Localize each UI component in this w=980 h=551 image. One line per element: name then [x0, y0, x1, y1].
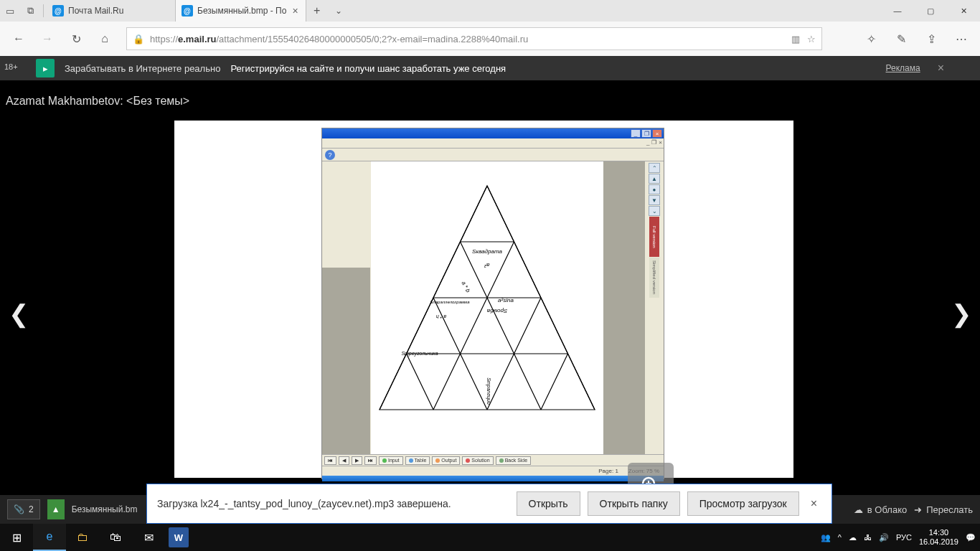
people-icon[interactable]: 👥	[821, 533, 831, 542]
help-icon: ?	[325, 150, 335, 160]
ad-text-1[interactable]: Зарабатывать в Интернете реально	[65, 63, 220, 74]
refresh-button[interactable]: ↻	[63, 26, 89, 52]
lock-icon: 🔒	[133, 34, 144, 44]
task-view-icon[interactable]: ▭	[0, 0, 20, 22]
window-titlebar: ▭ ⧉ @ Почта Mail.Ru @ Безымянный.bmp - П…	[0, 0, 980, 22]
svg-text:Sпараллелограмма: Sпараллелограмма	[430, 300, 470, 304]
tabs-dropdown-icon[interactable]: ⌄	[328, 6, 349, 16]
browser-tab-attachment[interactable]: @ Безымянный.bmp - По ×	[176, 0, 306, 22]
nav-prev-icon: ◀	[339, 456, 349, 465]
favorites-hub-icon[interactable]: ✧	[858, 26, 884, 52]
close-tab-icon[interactable]: ×	[291, 5, 299, 17]
notifications-icon[interactable]: 💬	[966, 533, 976, 542]
onedrive-icon[interactable]: ☁	[849, 533, 857, 542]
scroll-down-icon: ▼	[649, 195, 660, 205]
attachment-filename[interactable]: Безымянный.bm	[72, 504, 138, 514]
open-file-button[interactable]: Открыть	[517, 491, 580, 516]
inner-bottom-toolbar: ⏮ ◀ ▶ ⏭ Input Table Output Solution Back…	[322, 454, 664, 466]
forward-button[interactable]: ➜Переслать	[914, 504, 973, 515]
attachment-count-chip[interactable]: 📎 2	[7, 499, 40, 519]
table-tab: Table	[405, 456, 430, 465]
ad-close-icon[interactable]: ×	[930, 62, 944, 75]
mail-favicon-icon: @	[182, 5, 193, 17]
share-icon[interactable]: ⇪	[918, 26, 944, 52]
close-window-button[interactable]: ✕	[947, 0, 980, 22]
tab-label: Безымянный.bmp - По	[197, 6, 286, 16]
svg-text:a * h: a * h	[436, 314, 447, 319]
language-indicator[interactable]: РУС	[896, 533, 912, 542]
image-icon: ▲	[52, 504, 60, 514]
back-button[interactable]: ←	[6, 26, 32, 52]
inner-scroll-controls: ⌃ ▲ ● ▼ ⌄ Full version Simplified versio…	[648, 163, 661, 450]
prev-attachment-button[interactable]: ❮	[4, 299, 33, 328]
tray-up-icon[interactable]: ^	[838, 533, 842, 542]
favorite-icon[interactable]: ☆	[807, 34, 816, 44]
windows-taskbar: ⊞ e 🗀 🛍 ✉ W 👥 ^ ☁ 🖧 🔊 РУС 14:30 16.04.20…	[0, 524, 980, 551]
new-tab-button[interactable]: +	[306, 4, 328, 17]
svg-text:a * b: a * b	[460, 280, 471, 293]
notes-icon[interactable]: ✎	[888, 26, 914, 52]
reading-view-icon[interactable]: ▥	[791, 34, 800, 44]
inner-app-window: _ ❐ × _❐× ?	[321, 128, 664, 479]
maximize-button[interactable]: ▢	[914, 0, 947, 22]
minimize-button[interactable]: —	[881, 0, 914, 22]
inner-blue-footer	[322, 476, 664, 481]
svg-text:Sтреугольника: Sтреугольника	[401, 351, 438, 357]
ad-banner: 18+ ▸ Зарабатывать в Интернете реально Р…	[0, 56, 980, 80]
svg-text:Sтрапеции: Sтрапеции	[486, 377, 491, 405]
age-label: 18+	[4, 62, 18, 71]
explorer-taskbar-icon[interactable]: 🗀	[66, 524, 99, 551]
inner-toolbar: ?	[322, 149, 664, 161]
download-message: Загрузка lx24_-_tantsy_pod_lunoy_(zaycev…	[157, 498, 451, 509]
home-button[interactable]: ⌂	[92, 26, 118, 52]
inner-titlebar: _ ❐ ×	[322, 128, 664, 138]
email-subject: Azamat Makhambetov: <Без темы>	[0, 80, 980, 108]
inner-restore-icon: ❐	[641, 129, 651, 138]
open-folder-button[interactable]: Открыть папку	[588, 491, 680, 516]
inner-page: Sквадрата a² a²sina Sромба Sпараллелогра…	[371, 161, 603, 454]
svg-text:Sромба: Sромба	[486, 308, 507, 314]
svg-text:a²sina: a²sina	[498, 297, 514, 303]
word-taskbar-icon[interactable]: W	[169, 527, 189, 547]
close-notification-icon[interactable]: ×	[806, 497, 821, 510]
gray-panel-right	[603, 161, 645, 454]
date-label: 16.04.2019	[919, 537, 958, 547]
ad-logo-icon: ▸	[36, 59, 55, 77]
nav-next-icon: ▶	[352, 456, 362, 465]
attach-count: 2	[29, 504, 34, 514]
timeline-icon[interactable]: ⧉	[20, 0, 40, 22]
inner-statusbar: Page: 1 Zoom: 75 %	[322, 466, 664, 476]
content-area: Azamat Makhambetov: <Без темы> ❮ ❯ _ ❐ ×…	[0, 80, 980, 504]
clock[interactable]: 14:30 16.04.2019	[919, 528, 958, 547]
ad-label[interactable]: Реклама	[886, 63, 920, 73]
page-indicator: Page: 1	[598, 468, 618, 474]
time-label: 14:30	[919, 528, 958, 537]
start-button[interactable]: ⊞	[0, 524, 33, 551]
store-taskbar-icon[interactable]: 🛍	[99, 524, 132, 551]
scroll-up-icon: ▲	[649, 174, 660, 184]
inner-close-icon: ×	[652, 129, 662, 138]
edge-taskbar-icon[interactable]: e	[33, 524, 66, 551]
scroll-dot-icon: ●	[649, 184, 660, 194]
url-prefix: https://	[150, 34, 178, 44]
browser-tab-mail[interactable]: @ Почта Mail.Ru	[47, 0, 176, 22]
attachment-footer: 📎 2 ▲ Безымянный.bm Загрузка lx24_-_tant…	[0, 495, 980, 524]
url-path: /attachment/15554026480000000505/0;2?x-e…	[217, 34, 529, 44]
address-bar[interactable]: 🔒 https://e.mail.ru/attachment/155540264…	[126, 27, 822, 50]
view-downloads-button[interactable]: Просмотр загрузок	[687, 491, 799, 516]
network-icon[interactable]: 🖧	[864, 533, 872, 542]
tab-label: Почта Mail.Ru	[68, 6, 123, 16]
more-icon[interactable]: ⋯	[948, 26, 974, 52]
attachment-file-chip[interactable]: ▲	[47, 499, 65, 519]
ad-text-2[interactable]: Регистрируйся на сайте и получи шанс зар…	[230, 63, 506, 74]
svg-text:Sквадрата: Sквадрата	[472, 248, 502, 255]
volume-icon[interactable]: 🔊	[879, 533, 889, 542]
forward-button[interactable]: →	[34, 26, 60, 52]
svg-text:a²: a²	[484, 262, 489, 268]
scroll-bottom-icon: ⌄	[649, 206, 660, 216]
download-notification: Загрузка lx24_-_tantsy_pod_lunoy_(zaycev…	[146, 484, 832, 524]
mail-taskbar-icon[interactable]: ✉	[132, 524, 165, 551]
inner-body: Sквадрата a² a²sina Sромба Sпараллелогра…	[322, 161, 664, 454]
next-attachment-button[interactable]: ❯	[947, 299, 976, 328]
save-to-cloud-button[interactable]: ☁в Облако	[854, 504, 907, 515]
